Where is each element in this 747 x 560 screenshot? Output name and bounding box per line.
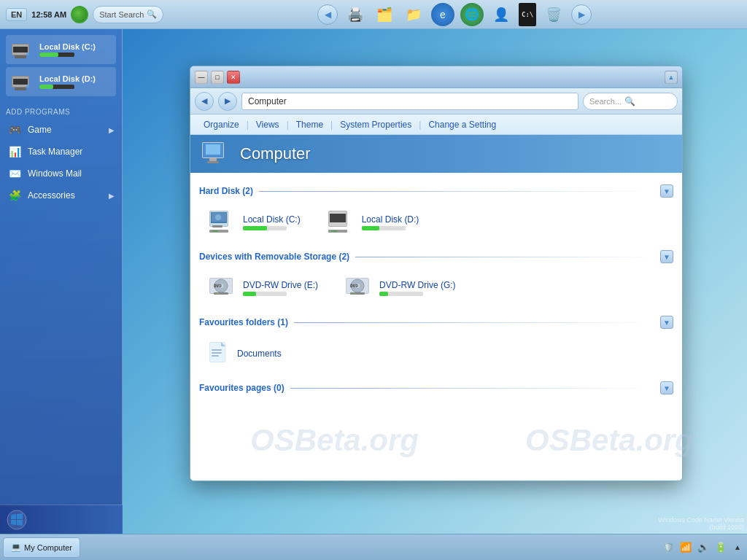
taskbar-top-center: ◀ 🖨️ 🗂️ 📁 e 🌐 👤 C:\ 🗑️ ▶ — [168, 3, 741, 26]
svg-text:DVD: DVD — [214, 283, 222, 288]
sep1: | — [247, 120, 249, 130]
disk-d-bar — [362, 226, 406, 230]
removable-collapse[interactable]: ▼ — [660, 250, 673, 263]
section-removable: Devices with Removable Storage (2) ▼ — [199, 250, 673, 263]
start-button[interactable] — [0, 505, 123, 534]
sidebar-drive-d[interactable]: Local Disk (D:) — [6, 67, 116, 96]
top-icon-users[interactable]: 👤 — [489, 3, 513, 26]
game-arrow: ▶ — [109, 126, 115, 134]
drive-d-label: Local Disk (D:) — [39, 74, 96, 83]
fav-folders-collapse[interactable]: ▼ — [660, 316, 673, 329]
maximize-button[interactable]: □ — [211, 71, 224, 84]
svg-rect-14 — [209, 158, 217, 161]
sidebar-item-windowsmail[interactable]: ✉️ Windows Mail — [0, 163, 122, 184]
svg-rect-23 — [212, 230, 218, 232]
sep3: | — [330, 120, 333, 130]
fav-pages-collapse[interactable]: ▼ — [660, 381, 673, 394]
build-line2: (build 1020) — [659, 524, 744, 531]
fav-pages-label: Favourites pages (0) — [199, 383, 285, 393]
svg-point-20 — [215, 214, 221, 220]
toolbar-views[interactable]: Views — [252, 118, 284, 131]
documents-name: Documents — [237, 349, 282, 359]
top-icon-cmd[interactable]: C:\ — [519, 3, 536, 26]
dvd-g-name: DVD-RW Drive (G:) — [379, 280, 455, 290]
drive-c-icon — [10, 38, 34, 61]
scroll-up-button[interactable]: ▲ — [665, 71, 678, 84]
disk-c-name: Local Disk (C:) — [243, 214, 301, 225]
taskbar-top: EN 12:58 AM Start Search 🔍 ◀ 🖨️ 🗂️ 📁 e 🌐… — [0, 0, 747, 29]
dvd-e-name: DVD-RW Drive (E:) — [243, 280, 318, 290]
sidebar-item-taskmanager[interactable]: 📊 Task Manager — [0, 141, 122, 163]
top-icon-globe[interactable]: 🌐 — [460, 3, 484, 26]
tray-battery-icon[interactable]: 🔋 — [713, 540, 728, 555]
svg-rect-22 — [209, 230, 228, 233]
explorer-header: Computer — [190, 135, 682, 173]
svg-rect-45 — [212, 349, 222, 351]
file-item-c[interactable]: Local Disk (C:) — [202, 206, 306, 238]
taskbar-bottom: 💻 My Computer 🛡️ 📶 🔊 🔋 ▲ — [0, 534, 747, 560]
toolbar-change-setting[interactable]: Change a Setting — [424, 118, 500, 131]
svg-point-8 — [26, 85, 29, 88]
top-icon-ie[interactable]: e — [431, 3, 454, 26]
tray-security-icon[interactable]: 🛡️ — [661, 540, 676, 555]
file-item-dvd-e[interactable]: DVD DVD-RW Drive (E:) — [202, 272, 324, 304]
documents-icon — [208, 341, 231, 367]
file-item-d[interactable]: Local Disk (D:) — [321, 206, 425, 238]
build-info: Windows Code Name Vienna (build 1020) — [659, 516, 744, 531]
disk-d-name: Local Disk (D:) — [362, 214, 419, 225]
sidebar: Local Disk (C:) Local Disk (D:) — [0, 29, 123, 534]
sep4: | — [419, 120, 421, 130]
svg-rect-47 — [212, 355, 219, 357]
search-bar[interactable]: Search... 🔍 — [583, 93, 678, 110]
search-icon: 🔍 — [624, 96, 635, 106]
svg-rect-9 — [15, 88, 26, 90]
svg-rect-28 — [331, 230, 337, 232]
section-fav-pages: Favourites pages (0) ▼ — [199, 381, 673, 394]
top-icon-briefcase[interactable]: 📁 — [402, 3, 425, 26]
svg-rect-46 — [212, 352, 222, 354]
tray-sound-icon[interactable]: 🔊 — [696, 540, 711, 555]
search-icon: 🔍 — [147, 9, 157, 19]
svg-rect-27 — [328, 230, 347, 233]
disk-c-bar — [243, 226, 287, 230]
toolbar-system-properties[interactable]: System Properties — [336, 118, 416, 131]
start-orb[interactable] — [71, 6, 88, 23]
dvd-g-icon: DVD — [344, 275, 374, 301]
back-button[interactable]: ◀ — [195, 92, 214, 111]
accessories-icon: 🧩 — [7, 188, 22, 203]
computer-header-icon — [202, 141, 231, 167]
removable-line — [355, 257, 654, 257]
top-icon-printer[interactable]: 🖨️ — [344, 3, 367, 26]
tray-scroll[interactable]: ▲ — [731, 543, 744, 551]
toolbar-theme[interactable]: Theme — [292, 118, 328, 131]
drive-d-bar — [39, 85, 74, 89]
top-icon-recycle[interactable]: 🗑️ — [542, 3, 565, 26]
close-button[interactable]: ✕ — [227, 71, 240, 84]
file-item-dvd-g[interactable]: DVD DVD-RW Drive (G:) — [338, 272, 461, 304]
drive-c-label: Local Disk (C:) — [39, 42, 96, 51]
svg-rect-13 — [206, 144, 220, 155]
svg-rect-26 — [330, 214, 346, 222]
file-item-documents[interactable]: Documents — [202, 338, 304, 370]
hard-disk-collapse[interactable]: ▼ — [660, 184, 673, 198]
toolbar-organize[interactable]: Organize — [199, 118, 244, 131]
sidebar-item-game[interactable]: 🎮 Game ▶ — [0, 119, 122, 141]
forward-nav-arrow[interactable]: ▶ — [571, 4, 592, 25]
minimize-button[interactable]: — — [195, 71, 208, 84]
hard-disk-label: Hard Disk (2) — [199, 186, 253, 196]
sidebar-item-accessories[interactable]: 🧩 Accessories ▶ — [0, 184, 122, 206]
explorer-navbar: ◀ ▶ Computer Search... 🔍 — [190, 88, 682, 114]
forward-button[interactable]: ▶ — [218, 92, 237, 111]
removable-label: Devices with Removable Storage (2) — [199, 252, 349, 262]
my-computer-taskbar-btn[interactable]: 💻 My Computer — [3, 537, 80, 558]
explorer-titlebar: — □ ✕ ▲ — [190, 66, 682, 88]
removable-items: DVD DVD-RW Drive (E:) — [199, 266, 673, 310]
sidebar-drive-c[interactable]: Local Disk (C:) — [6, 35, 116, 64]
dvd-e-bar — [243, 292, 287, 296]
dvd-e-icon: DVD — [208, 275, 237, 301]
tray-network-icon[interactable]: 📶 — [678, 540, 693, 555]
top-icon-folder[interactable]: 🗂️ — [373, 3, 396, 26]
address-bar[interactable]: Computer — [241, 93, 578, 110]
hard-disk-items: Local Disk (C:) — [199, 201, 673, 244]
back-nav-arrow[interactable]: ◀ — [317, 4, 338, 25]
